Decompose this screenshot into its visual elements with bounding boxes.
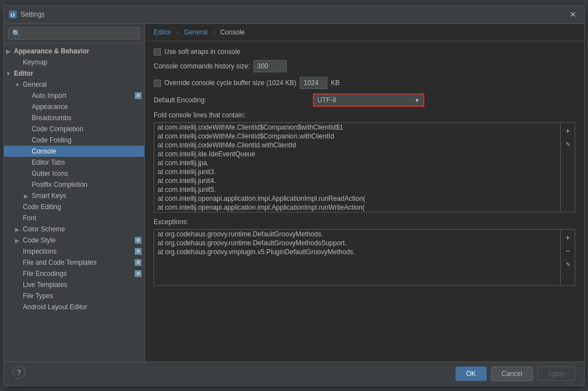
- breadcrumb-console: Console: [220, 28, 244, 36]
- help-button[interactable]: ?: [13, 367, 25, 379]
- sidebar-label-android-layout: Android Layout Editor: [22, 303, 144, 311]
- sidebar-label-file-encodings: File Encodings: [22, 269, 134, 278]
- app-icon: IJ: [8, 10, 17, 19]
- sidebar-label-appearance-behavior: Appearance & Behavior: [13, 47, 144, 56]
- sidebar-item-smart-keys[interactable]: ▶Smart Keys: [4, 190, 144, 201]
- sidebar-item-console[interactable]: Console: [4, 146, 144, 157]
- sidebar-label-code-completion: Code Completion: [31, 125, 144, 133]
- breadcrumb-editor[interactable]: Editor: [154, 28, 171, 36]
- breadcrumb-sep-1: ›: [177, 28, 179, 36]
- soft-wraps-row: Use soft wraps in console: [154, 48, 575, 56]
- encoding-row: Default Encoding: UTF-8 ▼: [154, 93, 575, 107]
- search-input[interactable]: [8, 27, 140, 39]
- sidebar-item-editor-tabs[interactable]: Editor Tabs: [4, 157, 144, 168]
- fold-list[interactable]: at com.intellij.codeWithMe.ClientId$Comp…: [154, 123, 560, 212]
- title-bar: IJ Settings ✕: [4, 6, 584, 24]
- list-item: at com.intellij.codeWithMe.ClientId$Comp…: [154, 132, 560, 141]
- list-item: at com.intellij.openapi.application.impl…: [154, 194, 560, 203]
- exceptions-remove-button[interactable]: −: [562, 245, 574, 256]
- list-item: at org.codehaus.groovy.vmplugin.v5.Plugi…: [154, 248, 560, 256]
- sidebar-label-code-folding: Code Folding: [31, 136, 144, 145]
- sidebar-item-inspections[interactable]: Inspections⚙: [4, 246, 144, 257]
- sidebar-item-color-scheme[interactable]: ▶Color Scheme: [4, 224, 144, 235]
- sidebar-item-postfix-completion[interactable]: Postfix Completion: [4, 179, 144, 190]
- help-section: ?: [13, 367, 25, 381]
- fold-edit-button[interactable]: ✎: [562, 138, 574, 150]
- buffer-size-input[interactable]: [300, 77, 327, 89]
- main-content: Editor › General › Console Use soft wrap…: [145, 24, 584, 362]
- sidebar-item-live-templates[interactable]: Live Templates: [4, 279, 144, 290]
- badge-icon-inspections: ⚙: [134, 248, 142, 255]
- sidebar-item-breadcrumbs[interactable]: Breadcrumbs: [4, 112, 144, 123]
- sidebar-label-appearance: Appearance: [31, 102, 144, 111]
- breadcrumb: Editor › General › Console: [145, 24, 584, 41]
- sidebar-item-code-folding[interactable]: Code Folding: [4, 135, 144, 146]
- sidebar-item-file-encodings[interactable]: File Encodings⚙: [4, 268, 144, 279]
- sidebar-item-code-style[interactable]: ▶Code Style⚙: [4, 235, 144, 246]
- badge-icon-file-code-templates: ⚙: [134, 259, 142, 266]
- history-size-input[interactable]: [253, 60, 287, 72]
- fold-list-container: at com.intellij.codeWithMe.ClientId$Comp…: [154, 122, 575, 212]
- breadcrumb-sep-2: ›: [213, 28, 215, 36]
- close-button[interactable]: ✕: [566, 9, 580, 20]
- sidebar-label-postfix-completion: Postfix Completion: [31, 180, 144, 189]
- exceptions-list[interactable]: at org.codehaus.groovy.runtime.DefaultGr…: [154, 230, 560, 285]
- sidebar-item-code-editing[interactable]: Code Editing: [4, 201, 144, 212]
- badge-icon-auto-import: ⚙: [134, 92, 142, 100]
- soft-wraps-checkbox[interactable]: [154, 48, 161, 56]
- exceptions-edit-button[interactable]: ✎: [562, 259, 574, 270]
- dialog-body: ▶Appearance & BehaviorKeymap▼Editor▼Gene…: [4, 24, 584, 362]
- fold-label: Fold console lines that contain:: [154, 111, 575, 119]
- sidebar-item-appearance[interactable]: Appearance: [4, 101, 144, 112]
- soft-wraps-label: Use soft wraps in console: [164, 48, 241, 56]
- sidebar-item-keymap[interactable]: Keymap: [4, 57, 144, 68]
- fold-add-button[interactable]: +: [562, 125, 574, 136]
- buffer-unit: KB: [331, 79, 340, 87]
- sidebar-item-appearance-behavior[interactable]: ▶Appearance & Behavior: [4, 46, 144, 57]
- badge-icon-file-encodings: ⚙: [134, 270, 142, 278]
- sidebar: ▶Appearance & BehaviorKeymap▼Editor▼Gene…: [4, 24, 145, 362]
- sidebar-label-file-types: File Types: [22, 291, 144, 300]
- apply-button[interactable]: Apply: [537, 367, 575, 381]
- sidebar-label-auto-import: Auto Import: [31, 91, 134, 100]
- buffer-override-checkbox[interactable]: [154, 80, 161, 87]
- exceptions-label: Exceptions:: [154, 218, 575, 226]
- breadcrumb-general[interactable]: General: [184, 28, 208, 36]
- sidebar-item-file-code-templates[interactable]: File and Code Templates⚙: [4, 257, 144, 268]
- encoding-label: Default Encoding:: [154, 96, 310, 104]
- sidebar-item-gutter-icons[interactable]: Gutter Icons: [4, 168, 144, 179]
- exceptions-add-button[interactable]: +: [562, 232, 574, 243]
- sidebar-label-console: Console: [31, 147, 144, 156]
- list-item: at com.intellij.jpa.: [154, 159, 560, 167]
- list-item: at com.intellij.junit3.: [154, 167, 560, 176]
- sidebar-item-android-layout[interactable]: Android Layout Editor: [4, 301, 144, 313]
- sidebar-label-editor-tabs: Editor Tabs: [31, 158, 144, 167]
- sidebar-item-auto-import[interactable]: Auto Import⚙: [4, 90, 144, 101]
- sidebar-item-code-completion[interactable]: Code Completion: [4, 123, 144, 135]
- sidebar-label-color-scheme: Color Scheme: [22, 225, 144, 234]
- sidebar-item-general[interactable]: ▼General: [4, 79, 144, 90]
- list-item: at com.intellij.openapi.application.impl…: [154, 203, 560, 212]
- sidebar-item-file-types[interactable]: File Types: [4, 290, 144, 301]
- list-item: at com.intellij.ide.IdeEventQueue: [154, 150, 560, 159]
- sidebar-item-editor[interactable]: ▼Editor: [4, 68, 144, 79]
- buffer-override-row: Override console cycle buffer size (1024…: [154, 77, 575, 89]
- buffer-override-label: Override console cycle buffer size (1024…: [164, 79, 296, 87]
- history-size-label: Console commands history size:: [154, 62, 250, 70]
- sidebar-item-font[interactable]: Font: [4, 212, 144, 224]
- fold-list-actions: + ✎: [560, 123, 575, 212]
- ok-button[interactable]: OK: [455, 367, 486, 381]
- exceptions-list-container: at org.codehaus.groovy.runtime.DefaultGr…: [154, 229, 575, 286]
- list-item: at com.intellij.codeWithMe.ClientId$Comp…: [154, 123, 560, 132]
- cancel-button[interactable]: Cancel: [491, 367, 533, 381]
- encoding-select[interactable]: UTF-8 ▼: [313, 93, 424, 107]
- list-item: at com.intellij.junit5.: [154, 185, 560, 194]
- sidebar-label-file-code-templates: File and Code Templates: [22, 258, 134, 267]
- dialog-title: Settings: [21, 11, 566, 18]
- dialog-footer: ? OK Cancel Apply: [4, 362, 584, 385]
- history-size-row: Console commands history size:: [154, 60, 575, 72]
- sidebar-label-gutter-icons: Gutter Icons: [31, 169, 144, 178]
- content-area: Use soft wraps in console Console comman…: [145, 41, 584, 362]
- sidebar-label-font: Font: [22, 214, 144, 222]
- sidebar-label-editor: Editor: [13, 69, 144, 78]
